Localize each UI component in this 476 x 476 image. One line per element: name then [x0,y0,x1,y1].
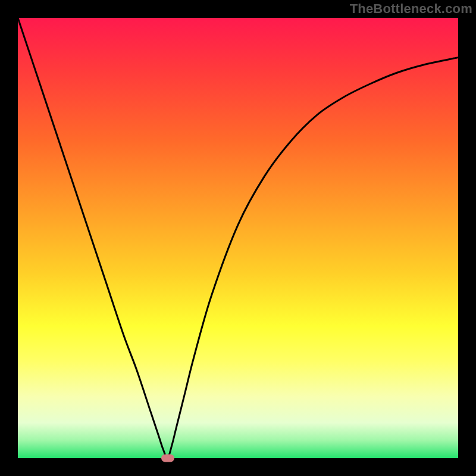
chart-frame: TheBottleneck.com [0,0,476,476]
plot-area [18,18,458,458]
watermark-text: TheBottleneck.com [350,1,472,17]
bottleneck-curve [18,18,458,458]
minimum-marker [161,455,174,462]
